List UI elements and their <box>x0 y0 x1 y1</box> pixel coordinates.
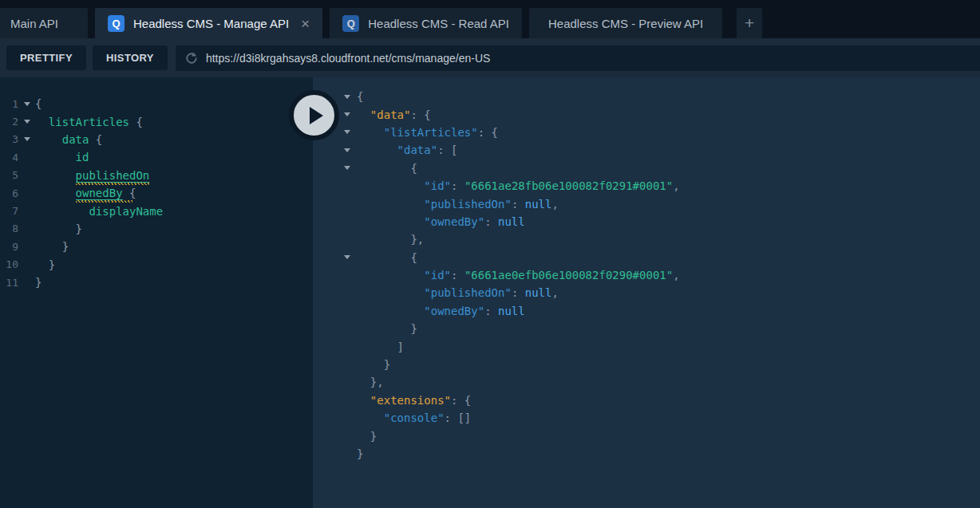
response-line: "publishedOn": null, <box>313 284 980 301</box>
code-token: } <box>62 240 69 253</box>
query-line[interactable]: 2 listArticles { <box>0 112 313 130</box>
history-button[interactable]: HISTORY <box>93 45 168 70</box>
add-tab-button[interactable]: + <box>737 8 762 38</box>
query-line[interactable]: 8 } <box>0 220 313 238</box>
execute-query-button[interactable] <box>289 90 339 140</box>
line-number: 6 <box>0 187 18 199</box>
code-text: { <box>357 251 417 264</box>
code-token: { <box>123 187 136 199</box>
query-editor[interactable]: 1{2 listArticles {3 data {4 id5 publishe… <box>0 77 313 508</box>
query-line[interactable]: 1{ <box>0 95 313 112</box>
tab-main-api[interactable]: Main API <box>0 8 88 38</box>
code-token <box>35 151 76 163</box>
code-token: } <box>410 322 417 335</box>
code-token: } <box>370 430 377 443</box>
code-text: } <box>35 276 41 289</box>
fold-arrow-icon[interactable] <box>18 137 35 141</box>
code-text: }, <box>357 376 384 388</box>
tab-label: Headless CMS - Preview API <box>548 17 703 30</box>
code-token <box>357 251 410 264</box>
fold-arrow-icon[interactable] <box>344 166 357 170</box>
toolbar: PRETTIFY HISTORY https://d3i8krgahsays8.… <box>0 38 980 77</box>
response-line: "extensions": { <box>313 392 980 409</box>
fold-arrow-icon[interactable] <box>344 148 357 152</box>
line-number: 8 <box>0 222 18 234</box>
code-token: , <box>673 179 679 192</box>
fold-arrow-icon[interactable] <box>18 102 35 106</box>
tab-label: Main API <box>10 17 58 30</box>
code-text: displayName <box>35 205 163 218</box>
response-line: { <box>313 88 980 105</box>
code-token <box>35 258 49 271</box>
reload-icon[interactable] <box>184 51 199 65</box>
query-line[interactable]: 5 publishedOn <box>0 167 313 184</box>
code-token: : { <box>478 126 498 139</box>
code-text: } <box>357 447 363 460</box>
fold-arrow-icon[interactable] <box>18 120 35 124</box>
line-number: 1 <box>0 98 18 110</box>
response-line: "ownedBy": null <box>313 302 980 320</box>
response-line: "listArticles": { <box>313 124 980 141</box>
tab-headless-cms-preview-api[interactable]: Headless CMS - Preview API <box>529 8 722 38</box>
code-token: "listArticles" <box>384 126 478 139</box>
code-token <box>357 376 370 388</box>
code-token: { <box>129 116 143 128</box>
code-token: : <box>512 286 525 299</box>
query-line[interactable]: 11} <box>0 274 313 291</box>
query-line[interactable]: 4 id <box>0 148 313 166</box>
code-token: , <box>673 269 679 282</box>
code-token: id <box>76 151 89 163</box>
query-line[interactable]: 10 } <box>0 256 313 274</box>
code-text: "publishedOn": null, <box>357 198 559 211</box>
response-line: }, <box>313 230 980 248</box>
tab-headless-cms-read-api[interactable]: Q Headless CMS - Read API <box>330 8 522 38</box>
response-line: }, <box>313 373 980 391</box>
response-line: "id": "6661ae0efb06e100082f0290#0001", <box>313 266 980 284</box>
code-token: : { <box>410 108 430 121</box>
fold-arrow-icon[interactable] <box>344 130 357 134</box>
code-token <box>357 144 397 156</box>
response-line: "id": "6661ae28fb06e100082f0291#0001", <box>313 177 980 195</box>
code-token: displayName <box>89 205 163 218</box>
query-line[interactable]: 6 ownedBy { <box>0 184 313 202</box>
code-token: : [] <box>445 412 472 424</box>
code-token: ownedBy <box>76 187 123 200</box>
code-token <box>35 169 76 182</box>
fold-arrow-icon[interactable] <box>344 95 357 99</box>
fold-arrow-icon[interactable] <box>344 112 357 116</box>
response-line: } <box>313 356 980 373</box>
response-line: ] <box>313 337 980 355</box>
code-token <box>357 430 370 443</box>
code-token: : [ <box>437 144 457 156</box>
response-line: } <box>313 427 980 444</box>
code-text: listArticles { <box>35 116 143 128</box>
code-token: listArticles <box>49 116 129 128</box>
code-token: "extensions" <box>370 394 451 407</box>
close-tab-icon[interactable]: × <box>301 16 310 31</box>
code-token: } <box>357 447 363 460</box>
code-text: }, <box>357 233 424 246</box>
code-token <box>357 269 424 282</box>
query-line[interactable]: 3 data { <box>0 131 313 148</box>
line-number: 2 <box>0 116 18 128</box>
code-token: null <box>525 286 552 299</box>
code-token <box>357 126 384 139</box>
url-bar[interactable]: https://d3i8krgahsays8.cloudfront.net/cm… <box>176 45 980 71</box>
code-token <box>35 116 49 128</box>
query-line[interactable]: 9 } <box>0 238 313 255</box>
code-token: { <box>357 90 363 103</box>
code-text: "id": "6661ae28fb06e100082f0291#0001", <box>357 179 680 192</box>
prettify-button[interactable]: PRETTIFY <box>6 45 86 70</box>
tab-headless-cms-manage-api[interactable]: Q Headless CMS - Manage API × <box>95 8 322 38</box>
code-token: : <box>512 198 525 211</box>
code-token: : <box>484 215 498 228</box>
fold-arrow-icon[interactable] <box>344 255 357 259</box>
code-text: id <box>35 151 89 163</box>
response-line: "console": [] <box>313 409 980 427</box>
code-token: { <box>410 162 417 175</box>
code-token: } <box>76 222 82 235</box>
query-line[interactable]: 7 displayName <box>0 202 313 219</box>
code-text: "ownedBy": null <box>357 215 525 228</box>
code-token <box>357 358 384 371</box>
code-token: null <box>525 198 552 211</box>
